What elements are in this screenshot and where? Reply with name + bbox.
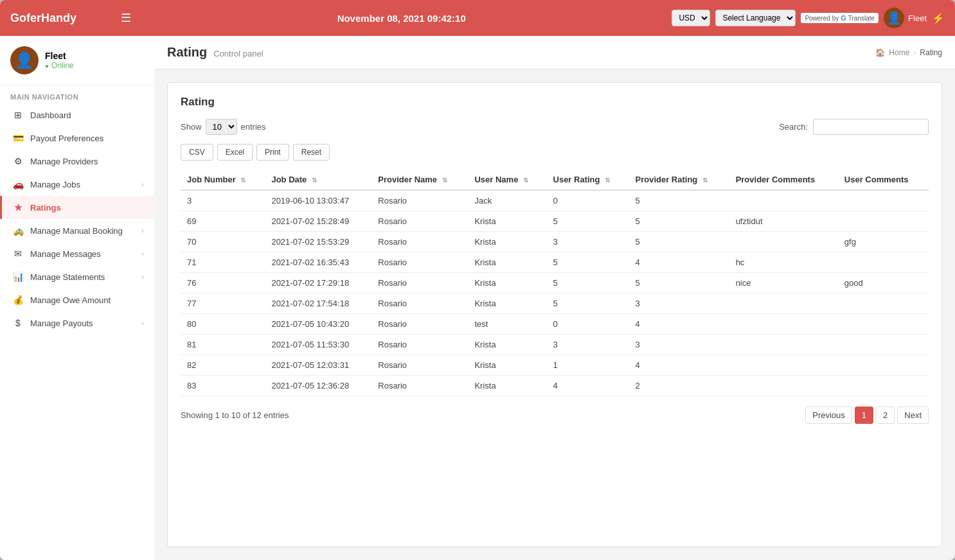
cell-job-date: 2021-07-05 12:03:31 xyxy=(265,355,371,376)
cell-provider-rating: 3 xyxy=(629,293,729,314)
home-icon: 🏠 xyxy=(875,48,885,57)
payouts-arrow-icon: ‹ xyxy=(141,319,144,327)
sidebar-item-manage-jobs[interactable]: 🚗 Manage Jobs ‹ xyxy=(0,173,154,196)
main-content: Rating Control panel 🏠 Home › Rating Rat… xyxy=(154,36,955,560)
currency-select[interactable]: USD xyxy=(672,10,710,26)
table-row: 71 2021-07-02 16:35:43 Rosario Krista 5 … xyxy=(181,252,929,273)
cell-provider-comments xyxy=(729,355,838,376)
sidebar-item-label: Manage Owe Amount xyxy=(30,295,111,305)
cell-job-date: 2021-07-05 10:43:20 xyxy=(265,314,371,335)
print-button[interactable]: Print xyxy=(256,144,289,161)
table-row: 83 2021-07-05 12:36:28 Rosario Krista 4 … xyxy=(181,376,929,396)
cell-provider-rating: 4 xyxy=(629,355,729,376)
cell-provider-comments xyxy=(729,314,838,335)
cell-job-date: 2021-07-02 17:54:18 xyxy=(265,293,371,314)
datetime-display: November 08, 2021 09:42:10 xyxy=(139,13,664,24)
col-provider-rating: Provider Rating ⇅ xyxy=(629,170,729,190)
cell-user-name: Krista xyxy=(468,335,546,355)
table-row: 69 2021-07-02 15:28:49 Rosario Krista 5 … xyxy=(181,211,929,232)
cell-user-rating: 1 xyxy=(547,355,629,376)
cell-job-number: 76 xyxy=(181,273,265,293)
col-user-comments: User Comments xyxy=(838,170,929,190)
table-header: Job Number ⇅ Job Date ⇅ Provider Name ⇅ … xyxy=(181,170,929,190)
cell-user-comments xyxy=(838,335,929,355)
google-translate-widget: Powered by G Translate xyxy=(801,13,879,23)
cell-provider-comments: hc xyxy=(729,252,838,273)
sidebar-item-payout-preferences[interactable]: 💳 Payout Preferences xyxy=(0,127,154,150)
cell-user-rating: 3 xyxy=(547,232,629,252)
table-row: 76 2021-07-02 17:29:18 Rosario Krista 5 … xyxy=(181,273,929,293)
excel-button[interactable]: Excel xyxy=(217,144,253,161)
cell-user-rating: 0 xyxy=(547,190,629,211)
user-name-label: Fleet xyxy=(908,13,927,23)
cell-job-number: 69 xyxy=(181,211,265,232)
rating-card: Rating Show 10 25 50 entries Search: xyxy=(167,82,942,547)
cell-provider-comments: nice xyxy=(729,273,838,293)
table-row: 77 2021-07-02 17:54:18 Rosario Krista 5 … xyxy=(181,293,929,314)
cell-job-date: 2021-07-02 17:29:18 xyxy=(265,273,371,293)
sidebar-item-manage-manual-booking[interactable]: 🚕 Manage Manual Booking ‹ xyxy=(0,219,154,242)
sidebar-status: Online xyxy=(45,61,74,70)
cell-user-comments xyxy=(838,190,929,211)
sort-icon: ⇅ xyxy=(702,177,708,184)
previous-button[interactable]: Previous xyxy=(805,407,852,424)
share-icon[interactable]: ⚡ xyxy=(932,12,945,24)
table-controls: Show 10 25 50 entries Search: xyxy=(181,119,929,135)
cell-user-comments: good xyxy=(838,273,929,293)
google-g-icon: G xyxy=(841,14,846,22)
menu-icon[interactable]: ☰ xyxy=(121,11,131,25)
owe-amount-icon: 💰 xyxy=(12,295,24,305)
search-input[interactable] xyxy=(813,119,929,135)
next-button[interactable]: Next xyxy=(897,407,929,424)
sidebar: 👤 Fleet Online MAIN NAVIGATION ⊞ Dashboa… xyxy=(0,36,154,560)
dashboard-icon: ⊞ xyxy=(12,110,24,120)
page-header-left: Rating Control panel xyxy=(167,45,263,60)
show-label: Show xyxy=(181,122,202,132)
cell-provider-name: Rosario xyxy=(371,252,468,273)
cell-user-comments xyxy=(838,211,929,232)
topbar: GoferHandy ☰ November 08, 2021 09:42:10 … xyxy=(0,0,955,36)
col-provider-comments: Provider Comments xyxy=(729,170,838,190)
cell-job-number: 80 xyxy=(181,314,265,335)
cell-job-number: 82 xyxy=(181,355,265,376)
sidebar-item-manage-providers[interactable]: ⚙ Manage Providers xyxy=(0,150,154,173)
cell-user-name: Krista xyxy=(468,252,546,273)
cell-provider-rating: 5 xyxy=(629,211,729,232)
sidebar-user-info: Fleet Online xyxy=(45,51,74,70)
ratings-table: Job Number ⇅ Job Date ⇅ Provider Name ⇅ … xyxy=(181,170,929,396)
cell-user-rating: 5 xyxy=(547,273,629,293)
cell-job-date: 2021-07-02 16:35:43 xyxy=(265,252,371,273)
col-user-rating: User Rating ⇅ xyxy=(547,170,629,190)
sidebar-item-manage-messages[interactable]: ✉ Manage Messages ‹ xyxy=(0,242,154,265)
sidebar-item-label: Manage Payouts xyxy=(30,319,93,328)
sidebar-item-dashboard[interactable]: ⊞ Dashboard xyxy=(0,103,154,127)
language-select[interactable]: Select Language xyxy=(715,10,796,26)
sidebar-item-label: Ratings xyxy=(30,203,61,213)
cell-user-name: Krista xyxy=(468,232,546,252)
cell-user-comments xyxy=(838,314,929,335)
payout-icon: 💳 xyxy=(12,133,24,143)
sidebar-item-manage-payouts[interactable]: $ Manage Payouts ‹ xyxy=(0,311,154,335)
user-menu[interactable]: 👤 Fleet xyxy=(884,8,927,28)
topbar-right: USD Select Language Powered by G Transla… xyxy=(672,8,945,28)
powered-by-label: Powered by xyxy=(805,15,839,22)
table-row: 3 2019-06-10 13:03:47 Rosario Jack 0 5 xyxy=(181,190,929,211)
col-provider-name: Provider Name ⇅ xyxy=(371,170,468,190)
manual-booking-arrow-icon: ‹ xyxy=(141,227,144,234)
entries-select[interactable]: 10 25 50 xyxy=(206,119,237,135)
sort-icon: ⇅ xyxy=(240,177,245,184)
table-controls-left: Show 10 25 50 entries xyxy=(181,119,266,135)
reset-button[interactable]: Reset xyxy=(293,144,330,161)
cell-provider-rating: 2 xyxy=(629,376,729,396)
cell-provider-comments xyxy=(729,190,838,211)
sidebar-item-manage-statements[interactable]: 📊 Manage Statements ‹ xyxy=(0,265,154,288)
sidebar-item-ratings[interactable]: ★ Ratings xyxy=(0,196,154,219)
page-title: Rating xyxy=(167,45,207,60)
cell-user-comments xyxy=(838,355,929,376)
breadcrumb-current: Rating xyxy=(920,48,942,57)
csv-button[interactable]: CSV xyxy=(181,144,213,161)
cell-provider-name: Rosario xyxy=(371,355,468,376)
sidebar-item-manage-owe-amount[interactable]: 💰 Manage Owe Amount xyxy=(0,288,154,311)
page-2-button[interactable]: 2 xyxy=(876,407,895,424)
page-1-button[interactable]: 1 xyxy=(855,407,873,424)
